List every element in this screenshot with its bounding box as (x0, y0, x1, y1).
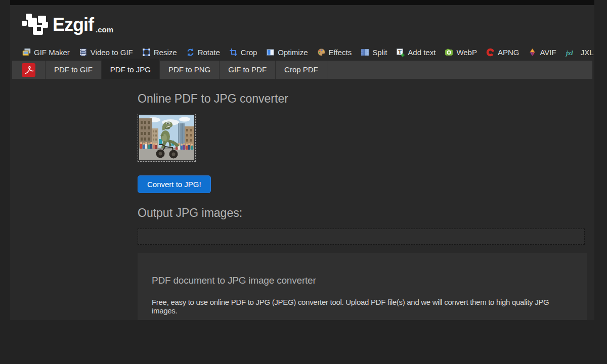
nav-item-jxl[interactable]: jxl JXL (566, 48, 594, 57)
adobe-pdf-icon (22, 63, 35, 77)
tab-pdf-to-png[interactable]: PDF to PNG (160, 61, 220, 79)
tab-pdf-to-gif[interactable]: PDF to GIF (46, 61, 102, 79)
nav-item-resize[interactable]: Resize (142, 48, 177, 57)
nav-item-crop[interactable]: Crop (229, 48, 257, 57)
nav-item-label: AVIF (540, 48, 556, 57)
pdf-page-preview-image (139, 115, 194, 160)
svg-text:T: T (399, 49, 402, 55)
nav-item-gif-maker[interactable]: GIF Maker (22, 48, 70, 57)
nav-item-label: WebP (456, 48, 477, 57)
resize-icon (142, 48, 151, 57)
rotate-icon (186, 48, 195, 57)
output-heading: Output JPG images: (138, 206, 587, 220)
ezgif-logo-icon (21, 14, 49, 36)
gif-maker-icon (22, 48, 31, 57)
nav-item-add-text[interactable]: T Add text (396, 48, 436, 57)
nav-item-label: Rotate (198, 48, 220, 57)
tab-pdf-to-jpg[interactable]: PDF to JPG (102, 59, 160, 79)
nav-item-webp[interactable]: WebP (445, 48, 477, 57)
tab-gif-to-pdf[interactable]: GIF to PDF (220, 61, 276, 79)
add-text-icon: T (396, 48, 405, 57)
nav-item-split[interactable]: Split (361, 48, 387, 57)
tab-crop-pdf[interactable]: Crop PDF (276, 61, 327, 79)
apng-icon (486, 48, 495, 57)
logo-text: Ezgif (53, 14, 94, 36)
nav-item-label: Split (372, 48, 387, 57)
site-logo[interactable]: Ezgif .com (21, 14, 113, 36)
info-box-text: Free, easy to use online PDF to JPG (JPE… (152, 298, 573, 315)
video-to-gif-icon (79, 48, 88, 57)
nav-item-label: Video to GIF (91, 48, 133, 57)
info-box-heading: PDF document to JPG image converter (152, 275, 573, 286)
nav-item-effects[interactable]: Effects (317, 48, 352, 57)
avif-icon (528, 48, 537, 57)
crop-icon (229, 48, 238, 57)
webp-icon (445, 48, 453, 57)
main-content: Online PDF to JPG converter (138, 92, 587, 320)
uploaded-pdf-preview (138, 114, 196, 162)
nav-item-label: Effects (329, 48, 352, 57)
nav-item-label: Add text (408, 48, 436, 57)
site-header: Ezgif .com (10, 5, 594, 38)
pdf-tool-tab-bar: PDF to GIF PDF to JPG PDF to PNG GIF to … (12, 61, 592, 79)
nav-item-video-to-gif[interactable]: Video to GIF (79, 48, 133, 57)
nav-item-apng[interactable]: APNG (486, 48, 519, 57)
output-placeholder-box (138, 229, 585, 245)
effects-icon (317, 48, 326, 57)
svg-text:jxl: jxl (566, 49, 573, 56)
nav-item-label: JXL (581, 48, 594, 57)
jxl-icon: jxl (566, 49, 578, 57)
content-wrap: Ezgif .com GIF Maker Video to GIF Resize (10, 0, 594, 320)
optimize-icon (266, 48, 275, 57)
top-strip (10, 0, 594, 5)
nav-item-avif[interactable]: AVIF (528, 48, 556, 57)
nav-item-label: Resize (154, 48, 177, 57)
nav-item-optimize[interactable]: Optimize (266, 48, 308, 57)
nav-item-label: GIF Maker (34, 48, 70, 57)
page-title: Online PDF to JPG converter (138, 92, 587, 106)
convert-to-jpg-button[interactable]: Convert to JPG! (138, 175, 211, 193)
split-icon (361, 48, 369, 57)
nav-item-label: Optimize (278, 48, 308, 57)
nav-item-label: Crop (241, 48, 257, 57)
logo-tld: .com (96, 26, 113, 33)
main-nav: GIF Maker Video to GIF Resize Rotate Cro… (22, 48, 594, 57)
nav-item-label: APNG (498, 48, 519, 57)
pdf-tools-home-tab[interactable] (12, 61, 46, 79)
info-box: PDF document to JPG image converter Free… (138, 253, 587, 320)
nav-item-rotate[interactable]: Rotate (186, 48, 220, 57)
